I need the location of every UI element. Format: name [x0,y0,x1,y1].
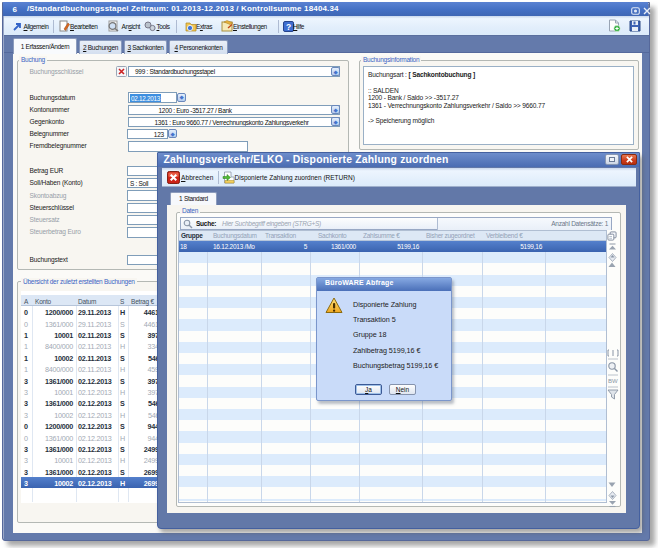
svg-text:?: ? [286,22,291,32]
svg-text:BW: BW [608,378,618,384]
